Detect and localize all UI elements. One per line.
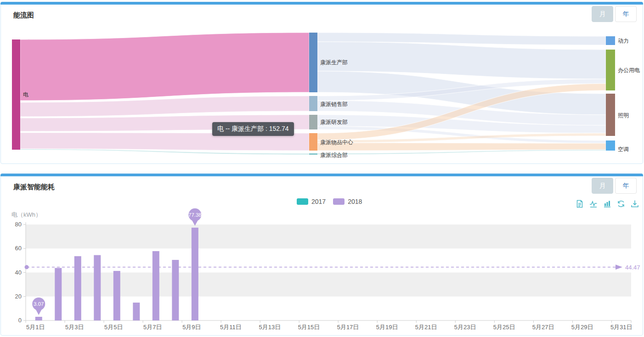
average-line-arrow (616, 264, 622, 270)
bar-2018-5月5日[interactable] (113, 271, 120, 320)
bar-2018-5月8日[interactable] (172, 260, 179, 320)
chart-legend: 2017 2018 (297, 198, 362, 205)
y-axis-name: 电（kWh） (11, 211, 41, 218)
trend-chart-icon[interactable] (589, 199, 598, 208)
report-icon[interactable] (575, 199, 584, 208)
x-tick-label: 5月29日 (571, 324, 593, 331)
sankey-node-康派生产部[interactable] (309, 33, 317, 92)
y-tick-label: 80 (15, 221, 22, 228)
x-tick-label: 5月13日 (259, 324, 281, 331)
value-balloon-text: 3.07 (34, 301, 44, 307)
y-tick-label: 0 (18, 317, 22, 324)
x-tick-label: 5月15日 (298, 324, 320, 331)
sankey-node-label: 办公用电 (618, 67, 640, 73)
x-tick-label: 5月11日 (220, 324, 242, 331)
sankey-node-label: 照明 (618, 112, 629, 118)
sankey-node-label: 康派销售部 (320, 101, 348, 107)
average-line-dot (25, 265, 29, 269)
x-tick-label: 5月31日 (610, 324, 633, 331)
x-tick-label: 5月3日 (65, 324, 84, 331)
x-tick-label: 5月23日 (454, 324, 476, 331)
sankey-node-label: 动力 (618, 38, 629, 44)
sankey-node-康派销售部[interactable] (309, 96, 317, 111)
average-value-label: 44.47 (625, 264, 640, 271)
value-balloon-5月9日: 77.38 (188, 208, 202, 226)
bar-2018-5月6日[interactable] (133, 303, 140, 320)
x-tick-label: 5月17日 (337, 324, 359, 331)
bar-2018-5月1日[interactable] (35, 317, 42, 320)
plot-band (26, 225, 631, 248)
bar-2018-5月3日[interactable] (74, 256, 81, 320)
sankey-node-电[interactable] (12, 39, 20, 150)
x-tick-label: 5月5日 (104, 324, 123, 331)
sankey-node-康派综合部[interactable] (309, 153, 317, 155)
download-icon[interactable] (630, 199, 639, 208)
x-tick-label: 5月21日 (415, 324, 437, 331)
bar-2018-5月2日[interactable] (55, 268, 62, 320)
sankey-node-康派物品中心[interactable] (309, 133, 317, 151)
sankey-node-动力[interactable] (606, 36, 615, 45)
sankey-node-label: 康派物品中心 (320, 139, 353, 146)
bar-2018-5月9日[interactable] (192, 228, 198, 320)
sankey-node-照明[interactable] (606, 94, 615, 136)
sankey-node-康派研发部[interactable] (309, 115, 317, 129)
energy-flow-card: 能流图 月 年 电康派生产部康派销售部康派研发部康派物品中心康派综合部动力办公用… (0, 2, 643, 164)
value-balloon-text: 77.38 (188, 212, 202, 218)
sankey-node-label: 康派生产部 (320, 59, 348, 66)
sankey-link-电-康派生产部[interactable] (20, 33, 309, 101)
x-tick-label: 5月25日 (493, 324, 515, 331)
x-tick-label: 5月27日 (532, 324, 554, 331)
x-tick-label: 5月1日 (26, 324, 45, 331)
refresh-icon[interactable] (616, 199, 626, 208)
sankey-node-label: 空调 (618, 146, 629, 152)
bar-2018-5月7日[interactable] (153, 251, 159, 320)
sankey-tooltip: 电 -- 康派生产部 : 152.74 (212, 122, 294, 136)
legend-item-2017[interactable]: 2017 (297, 198, 326, 205)
legend-swatch-2018 (333, 198, 345, 205)
legend-item-2018[interactable]: 2018 (333, 198, 362, 205)
sankey-node-label: 电 (23, 91, 28, 98)
legend-swatch-2017 (297, 198, 308, 205)
sankey-link-康派物品中心-空调[interactable] (317, 143, 606, 151)
x-tick-label: 5月19日 (376, 324, 398, 331)
sankey-chart: 电康派生产部康派销售部康派研发部康派物品中心康派综合部动力办公用电照明空调 (1, 2, 644, 164)
y-tick-label: 60 (15, 245, 22, 252)
sankey-node-label: 康派综合部 (320, 152, 348, 158)
y-tick-label: 20 (15, 293, 22, 300)
value-balloon-5月1日: 3.07 (32, 298, 45, 315)
chart-toolbar (575, 199, 639, 208)
x-tick-label: 5月7日 (143, 324, 162, 331)
legend-label-2017: 2017 (311, 198, 326, 205)
sankey-node-label: 康派研发部 (320, 119, 348, 125)
y-tick-label: 40 (15, 269, 22, 276)
sankey-node-办公用电[interactable] (606, 50, 615, 90)
energy-consumption-card: 康派智能能耗 月 年 2017 2018 (0, 174, 643, 336)
x-tick-label: 5月9日 (182, 324, 201, 331)
sankey-node-空调[interactable] (606, 140, 615, 151)
bar-2018-5月4日[interactable] (94, 255, 101, 320)
legend-label-2018: 2018 (348, 198, 362, 205)
bar-chart-icon[interactable] (603, 199, 612, 208)
